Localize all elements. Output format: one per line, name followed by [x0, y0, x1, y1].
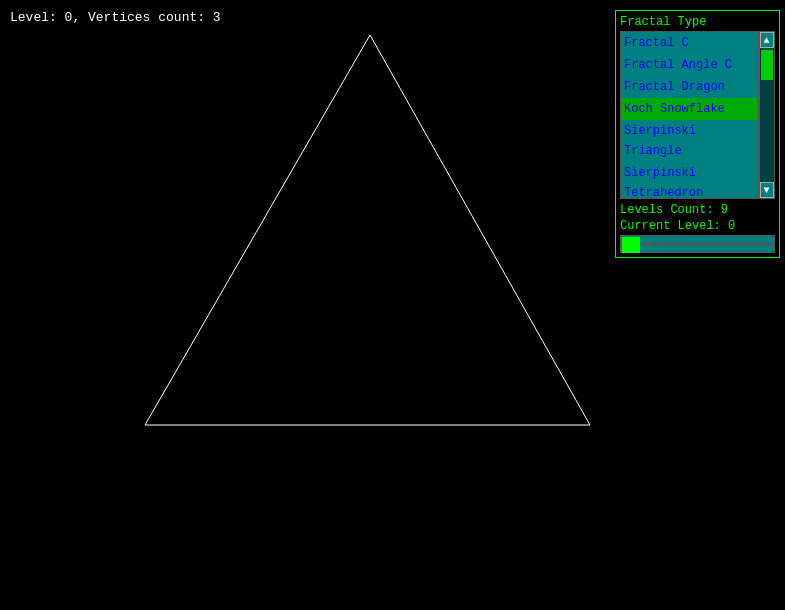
- fractal-list[interactable]: Fractal CFractal Angle CFractal DragonKo…: [621, 32, 758, 198]
- scroll-up-button[interactable]: ▲: [760, 32, 774, 48]
- status-bar: Level: 0, Vertices count: 3: [10, 10, 221, 25]
- level-slider[interactable]: [620, 235, 775, 253]
- scroll-thumb: [761, 50, 773, 80]
- fractal-list-item-0[interactable]: Fractal C: [621, 32, 758, 54]
- current-level-label: Current Level: 0: [620, 219, 775, 233]
- fractal-list-item-1[interactable]: Fractal Angle C: [621, 54, 758, 76]
- fractal-list-container[interactable]: Fractal CFractal Angle CFractal DragonKo…: [620, 31, 775, 199]
- level-slider-track: [641, 243, 772, 246]
- fractal-list-item-3[interactable]: Koch Snowflake: [621, 98, 758, 120]
- fractal-list-item-4[interactable]: Sierpinski Triangle: [621, 120, 758, 162]
- status-text: Level: 0, Vertices count: 3: [10, 10, 221, 25]
- control-panel: Fractal Type Fractal CFractal Angle CFra…: [615, 10, 780, 258]
- levels-count-label: Levels Count: 9: [620, 203, 775, 217]
- fractal-list-item-5[interactable]: Sierpinski Tetrahedron: [621, 162, 758, 199]
- scroll-track: [760, 48, 774, 182]
- fractal-list-item-2[interactable]: Fractal Dragon: [621, 76, 758, 98]
- scroll-down-button[interactable]: ▼: [760, 182, 774, 198]
- level-slider-thumb: [622, 237, 640, 253]
- list-scrollbar[interactable]: ▲ ▼: [758, 32, 774, 198]
- fractal-type-label: Fractal Type: [620, 15, 775, 29]
